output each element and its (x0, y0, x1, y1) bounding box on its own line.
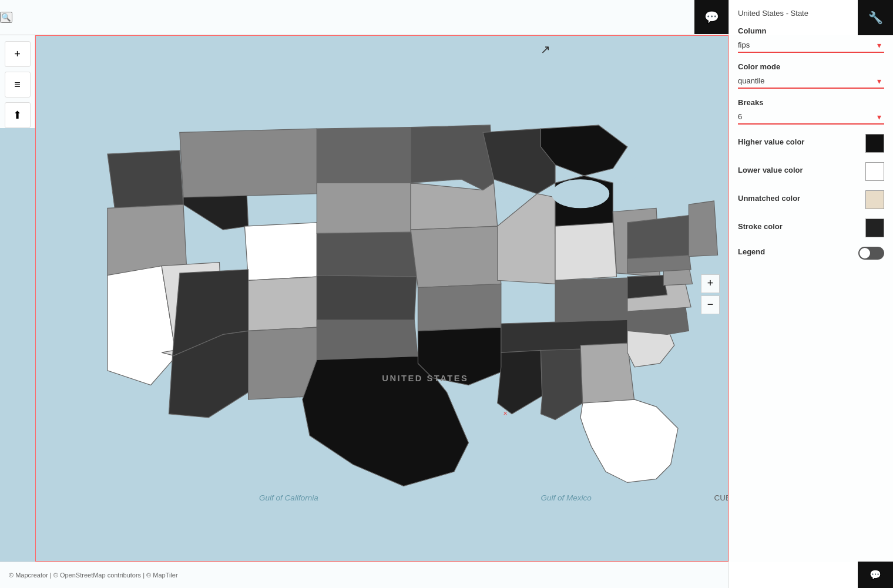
wrench-button[interactable]: 🔧 (858, 0, 893, 35)
map-area[interactable]: UNITED STATES × Gulf of California Gulf … (35, 35, 728, 562)
svg-text:×: × (503, 409, 508, 418)
svg-marker-19 (317, 320, 418, 360)
color-mode-select[interactable]: quantile jenks equal interval (738, 74, 884, 88)
footer-attribution: © Mapcreator | © OpenStreetMap contribut… (9, 572, 178, 579)
svg-text:UNITED STATES: UNITED STATES (382, 374, 468, 383)
stroke-color-row: Stroke color (738, 219, 884, 237)
unmatched-color-label: Unmatched color (738, 194, 800, 203)
breaks-label: Breaks (738, 98, 884, 107)
left-toolbar: + ≡ ⬆ (0, 35, 35, 128)
settings-panel: United States - State Column fips name a… (728, 0, 893, 588)
add-icon: + (14, 48, 21, 61)
wrench-icon: 🔧 (868, 11, 883, 25)
svg-marker-17 (317, 232, 418, 277)
column-select[interactable]: fips name abbr (738, 38, 884, 52)
svg-marker-15 (317, 127, 411, 183)
stroke-color-swatch[interactable] (865, 219, 884, 237)
legend-toggle[interactable] (858, 247, 884, 260)
search-icon: 🔍 (1, 13, 11, 22)
unmatched-color-swatch[interactable] (865, 190, 884, 209)
svg-marker-9 (180, 129, 317, 197)
svg-marker-18 (317, 275, 417, 320)
legend-row: Legend (738, 247, 884, 260)
svg-text:Gulf of California: Gulf of California (259, 493, 318, 502)
breaks-select-wrapper[interactable]: 3 4 5 6 7 8 (738, 110, 884, 125)
stroke-color-label: Stroke color (738, 222, 783, 231)
lower-value-color-swatch[interactable] (865, 162, 884, 181)
search-button[interactable]: 🔍 (0, 12, 12, 23)
svg-marker-24 (418, 284, 501, 331)
svg-marker-43 (689, 201, 717, 257)
svg-marker-39 (627, 275, 667, 298)
zoom-out-button[interactable]: − (701, 295, 720, 314)
layers-icon: ≡ (14, 79, 21, 91)
higher-value-color-row: Higher value color (738, 134, 884, 153)
svg-marker-5 (108, 204, 187, 275)
svg-text:CUBA: CUBA (714, 493, 728, 502)
svg-point-44 (552, 179, 609, 208)
svg-marker-42 (627, 216, 693, 259)
breaks-select[interactable]: 3 4 5 6 7 8 (738, 110, 884, 123)
column-select-wrapper[interactable]: fips name abbr (738, 38, 884, 53)
higher-value-color-label: Higher value color (738, 137, 804, 146)
svg-marker-22 (411, 183, 498, 230)
higher-value-color-swatch[interactable] (865, 134, 884, 153)
breaks-row: Breaks 3 4 5 6 7 8 (738, 98, 884, 125)
color-mode-row: Color mode quantile jenks equal interval (738, 62, 884, 89)
svg-marker-28 (555, 223, 616, 280)
footer-right-button[interactable]: 💬 (858, 562, 893, 588)
svg-text:Gulf of Mexico: Gulf of Mexico (540, 493, 592, 502)
upload-button[interactable]: ⬆ (5, 102, 31, 128)
chat-button[interactable]: 💬 (694, 0, 728, 34)
svg-marker-23 (411, 226, 501, 287)
zoom-in-button[interactable]: + (701, 274, 720, 293)
zoom-controls: + − (701, 273, 720, 315)
add-layer-button[interactable]: + (5, 41, 31, 67)
svg-marker-16 (317, 183, 411, 233)
color-mode-select-wrapper[interactable]: quantile jenks equal interval (738, 74, 884, 89)
layers-button[interactable]: ≡ (5, 72, 31, 98)
upload-icon: ⬆ (13, 109, 22, 122)
svg-marker-10 (244, 223, 317, 280)
svg-marker-11 (249, 277, 317, 331)
footer-icon: 💬 (870, 569, 881, 580)
lower-value-color-label: Lower value color (738, 166, 803, 174)
color-mode-label: Color mode (738, 62, 884, 71)
lower-value-color-row: Lower value color (738, 162, 884, 181)
legend-label: Legend (738, 247, 765, 256)
svg-marker-4 (108, 150, 183, 208)
unmatched-color-row: Unmatched color (738, 190, 884, 209)
chat-icon: 💬 (704, 10, 719, 24)
